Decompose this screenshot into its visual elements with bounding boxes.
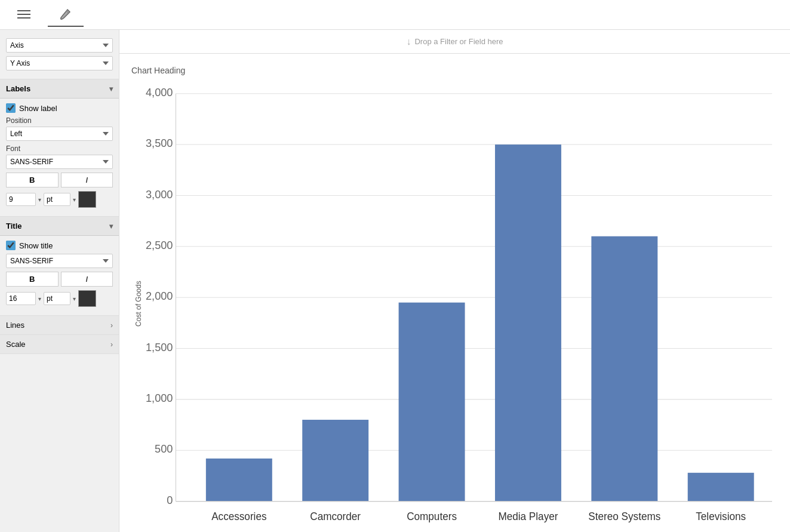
chart-area: ↓ Drop a Filter or Field here Chart Head…	[119, 30, 790, 532]
labels-chevron-icon: ▾	[109, 85, 113, 93]
title-font-size-chevron-icon: ▾	[38, 296, 41, 302]
title-font-size-row: 12 14 16 18 20 ▾ pt px em ▾	[6, 290, 113, 307]
font-unit-select[interactable]: pt px em	[44, 193, 70, 206]
svg-text:Camcorder: Camcorder	[310, 510, 361, 522]
font-color-swatch[interactable]	[78, 191, 96, 208]
svg-rect-26	[495, 144, 561, 502]
scale-label: Scale	[6, 340, 26, 349]
font-unit-chevron-icon: ▾	[73, 196, 76, 203]
svg-text:3,500: 3,500	[146, 137, 173, 149]
labels-content: Show label Position Left Right Center Fo…	[0, 99, 119, 216]
font-label: Font	[6, 144, 113, 153]
title-content: Show title SANS-SERIF SERIF MONOSPACE B …	[0, 236, 119, 315]
title-section: Title ▾ Show title SANS-SERIF SERIF MONO…	[0, 217, 119, 316]
svg-rect-0	[17, 10, 30, 11]
show-title-text: Show title	[19, 241, 53, 250]
chart-heading: Chart Heading	[131, 66, 778, 75]
filter-bar-text: Drop a Filter or Field here	[414, 37, 503, 46]
title-font-unit-chevron-icon: ▾	[73, 296, 76, 302]
svg-rect-23	[206, 459, 272, 502]
font-dropdown[interactable]: SANS-SERIF SERIF MONOSPACE	[6, 155, 113, 169]
show-label-checkbox[interactable]	[6, 103, 16, 113]
lines-section: Lines ›	[0, 316, 119, 335]
font-style-controls: B I	[6, 173, 113, 187]
svg-text:1,000: 1,000	[146, 392, 173, 404]
chart-container: Chart Heading Cost of Goods	[119, 54, 790, 532]
svg-rect-2	[17, 17, 30, 19]
title-italic-button[interactable]: I	[61, 272, 113, 287]
title-section-label: Title	[6, 222, 22, 230]
chart-inner: Cost of Goods	[131, 81, 778, 526]
show-label-row: Show label	[6, 103, 113, 113]
title-font-dropdown[interactable]: SANS-SERIF SERIF MONOSPACE	[6, 254, 113, 268]
chart-svg: 4,000 3,500 3,000 2,500 2,000 1,500 1,00…	[146, 81, 778, 526]
bold-button[interactable]: B	[6, 173, 59, 187]
chart-plot: 4,000 3,500 3,000 2,500 2,000 1,500 1,00…	[146, 81, 778, 526]
y-axis-label: Cost of Goods	[131, 81, 146, 526]
tab-brush[interactable]	[48, 3, 84, 27]
top-bar	[0, 0, 790, 30]
scale-section: Scale ›	[0, 335, 119, 354]
main-area: Axis X Axis Y Axis Y Axis X Axis Labels …	[0, 30, 790, 532]
svg-text:Stereo Systems: Stereo Systems	[588, 510, 660, 522]
show-title-row: Show title	[6, 241, 113, 250]
filter-bar[interactable]: ↓ Drop a Filter or Field here	[119, 30, 790, 54]
svg-text:0: 0	[167, 494, 173, 506]
show-title-checkbox[interactable]	[6, 241, 16, 250]
svg-text:2,500: 2,500	[146, 239, 173, 251]
filter-arrow-icon: ↓	[406, 36, 411, 47]
title-font-color-swatch[interactable]	[78, 290, 96, 307]
axis-dropdown[interactable]: Axis X Axis Y Axis	[6, 38, 113, 53]
y-axis-dropdown[interactable]: Y Axis X Axis	[6, 56, 113, 70]
title-font-unit-select[interactable]: pt px em	[44, 292, 70, 305]
labels-section: Labels ▾ Show label Position Left Right …	[0, 79, 119, 217]
svg-text:500: 500	[155, 442, 173, 455]
svg-text:Accessories: Accessories	[211, 510, 267, 522]
scale-header[interactable]: Scale ›	[0, 335, 119, 353]
title-font-style-controls: B I	[6, 272, 113, 287]
svg-text:3,000: 3,000	[146, 187, 173, 200]
title-bold-button[interactable]: B	[6, 272, 59, 287]
svg-rect-27	[591, 236, 657, 502]
svg-text:2,000: 2,000	[146, 290, 173, 302]
left-panel: Axis X Axis Y Axis Y Axis X Axis Labels …	[0, 30, 119, 532]
lines-header[interactable]: Lines ›	[0, 316, 119, 334]
axis-section: Axis X Axis Y Axis Y Axis X Axis	[0, 30, 119, 79]
tab-list[interactable]	[6, 3, 42, 27]
labels-title: Labels	[6, 84, 30, 93]
labels-header[interactable]: Labels ▾	[0, 79, 119, 99]
position-dropdown[interactable]: Left Right Center	[6, 127, 113, 141]
font-size-select[interactable]: 8 9 10 11 12	[6, 193, 36, 206]
show-label-text: Show label	[19, 104, 57, 113]
lines-chevron-icon: ›	[110, 321, 113, 330]
svg-text:Media Player: Media Player	[498, 510, 558, 522]
svg-rect-28	[688, 473, 754, 502]
svg-text:Televisions: Televisions	[696, 510, 746, 522]
title-chevron-icon: ▾	[109, 222, 113, 230]
svg-rect-1	[17, 14, 30, 15]
font-size-chevron-icon: ▾	[38, 196, 41, 203]
svg-rect-25	[399, 303, 465, 502]
svg-text:1,500: 1,500	[146, 340, 173, 353]
font-size-row: 8 9 10 11 12 ▾ pt px em ▾	[6, 191, 113, 208]
title-header[interactable]: Title ▾	[0, 217, 119, 236]
italic-button[interactable]: I	[61, 173, 113, 187]
title-font-size-select[interactable]: 12 14 16 18 20	[6, 292, 36, 305]
scale-chevron-icon: ›	[110, 340, 113, 349]
svg-text:4,000: 4,000	[146, 86, 173, 99]
lines-label: Lines	[6, 321, 24, 330]
svg-rect-24	[302, 420, 368, 502]
position-label: Position	[6, 116, 113, 125]
svg-text:Computers: Computers	[407, 510, 457, 522]
